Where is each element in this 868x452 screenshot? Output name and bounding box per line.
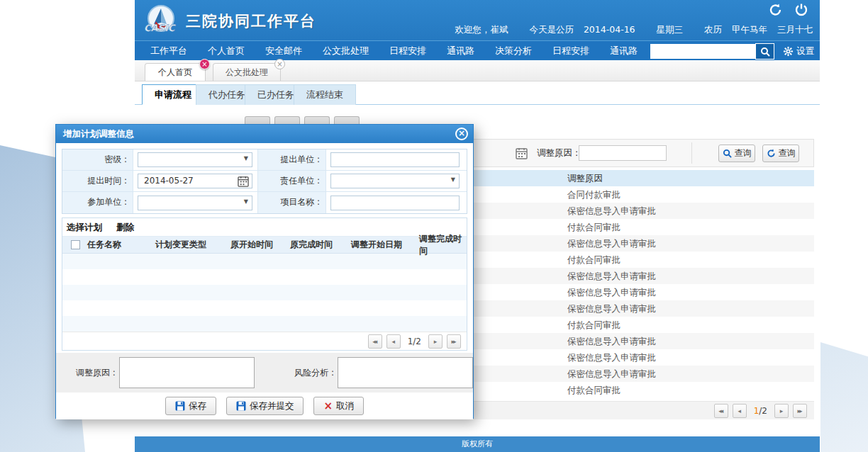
- project-name-input[interactable]: [330, 196, 460, 210]
- window-tab-label: 公文批处理: [226, 67, 268, 77]
- last-page-button[interactable]: ▸▸: [793, 404, 807, 418]
- nav-item-document-batch[interactable]: 公文批处理: [323, 45, 369, 57]
- save-button[interactable]: 保存: [165, 397, 216, 415]
- prev-page-button[interactable]: ◂: [733, 404, 747, 418]
- propose-time-date-input[interactable]: 2014-05-27: [138, 174, 252, 188]
- window-tab-document-batch[interactable]: 公文批处理 ×: [213, 63, 281, 81]
- save-icon: [175, 401, 185, 411]
- select-plan-link[interactable]: 选择计划: [67, 218, 102, 236]
- nav-item-contacts[interactable]: 通讯路: [447, 45, 474, 57]
- lunar-day: 三月十七: [777, 24, 813, 35]
- responsible-unit-label: 责任单位 :: [258, 171, 326, 191]
- filter-reason-input[interactable]: [579, 145, 667, 161]
- total-pages: /2: [759, 406, 767, 416]
- app-title: 三院协同工作平台: [186, 11, 316, 31]
- secrecy-select[interactable]: ▼: [138, 152, 252, 167]
- welcome-user: 欢迎您，崔斌: [455, 24, 508, 35]
- col-orig-finish: 原完成时间: [290, 239, 351, 251]
- window-tab-label: 个人首页: [158, 67, 192, 77]
- window-tab-personal-home[interactable]: 个人首页 ×: [145, 63, 206, 81]
- sub-tab-bar: 申请流程 代办任务 已办任务 流程结束: [135, 84, 820, 105]
- col-orig-start: 原开始时间: [230, 239, 290, 251]
- tab-apply-flow[interactable]: 申请流程: [142, 84, 204, 105]
- window-tab-bar: 个人首页 × 公文批处理 ×: [135, 60, 820, 81]
- search-input[interactable]: [650, 44, 755, 59]
- page-indicator: 1/2: [408, 337, 421, 346]
- refresh-icon: [767, 149, 776, 158]
- nav-item-work-platform[interactable]: 工作平台: [150, 45, 187, 57]
- risk-analysis-label: 风险分析 :: [255, 367, 334, 379]
- settings-label: 设置: [796, 45, 814, 57]
- propose-unit-input[interactable]: [330, 152, 460, 167]
- responsible-unit-select[interactable]: ▼: [330, 174, 460, 188]
- first-page-button[interactable]: ◂◂: [714, 404, 728, 418]
- chevron-down-icon: ▼: [244, 155, 248, 162]
- select-all-checkbox[interactable]: [71, 240, 80, 249]
- propose-time-value: 2014-05-27: [144, 176, 194, 186]
- adjust-reason-textarea[interactable]: [119, 357, 255, 388]
- save-and-submit-button[interactable]: 保存并提交: [226, 397, 304, 415]
- close-tab-icon[interactable]: ×: [274, 59, 285, 69]
- next-page-button[interactable]: ▸: [774, 404, 789, 418]
- power-icon[interactable]: [794, 3, 808, 17]
- tab-flow-finished[interactable]: 流程结束: [294, 84, 356, 105]
- plan-grid-header: 任务名称 计划变更类型 原开始时间 原完成时间 调整开始日期 调整完成时间: [62, 237, 467, 254]
- query-button[interactable]: 查询: [718, 145, 755, 162]
- secrecy-label: 密级 :: [62, 149, 133, 170]
- top-header: CASIC 三院协同工作平台 欢迎您，崔斌 今天是公历 2014-04-16 星…: [135, 0, 820, 40]
- save-icon: [236, 401, 246, 411]
- plan-grid: 选择计划 删除 任务名称 计划变更类型 原开始时间 原完成时间 调整开始日期 调…: [62, 217, 467, 351]
- close-tab-icon[interactable]: ×: [199, 59, 210, 69]
- weekday: 星期三: [657, 24, 684, 35]
- calendar-icon[interactable]: [238, 176, 249, 187]
- search-button[interactable]: [755, 43, 774, 60]
- delete-link[interactable]: 删除: [116, 218, 134, 236]
- main-nav: 工作平台 个人首页 安全邮件 公文批处理 日程安排 通讯路 决策分析 日程安排 …: [135, 40, 820, 60]
- refresh-icon[interactable]: [769, 3, 783, 17]
- propose-time-label: 提出时间 :: [62, 171, 133, 191]
- participate-unit-select[interactable]: ▼: [138, 196, 252, 210]
- chevron-down-icon: ▼: [451, 176, 455, 183]
- welcome-bar: 欢迎您，崔斌 今天是公历 2014-04-16 星期三 农历 甲午马年 三月十七: [455, 24, 813, 36]
- query-button-label: 查询: [735, 147, 752, 159]
- dialog-form: 密级 : ▼ 提出单位 : 提出时间 : 2014-05-27: [62, 149, 467, 214]
- filter-divider: [691, 142, 692, 164]
- lunar-year: 甲午马年: [732, 24, 767, 35]
- background-shape-right: [820, 342, 868, 452]
- nav-item-schedule-2[interactable]: 日程安排: [552, 45, 589, 57]
- cancel-button[interactable]: × 取消: [313, 397, 364, 415]
- settings-button[interactable]: 设置: [783, 45, 814, 57]
- prev-page-button[interactable]: ◂: [386, 334, 401, 349]
- project-name-label: 项目名称 :: [258, 192, 326, 213]
- lunar-label: 农历: [704, 24, 722, 35]
- cancel-x-icon: ×: [323, 401, 333, 411]
- next-page-button[interactable]: ▸: [428, 334, 443, 349]
- adjust-reason-label: 调整原因 :: [56, 367, 116, 379]
- search-icon: [760, 47, 770, 57]
- dialog-button-bar: 保存 保存并提交 × 取消: [56, 392, 473, 419]
- svg-text:CASIC: CASIC: [144, 23, 176, 33]
- risk-analysis-textarea[interactable]: [338, 357, 473, 388]
- calendar-icon[interactable]: [516, 147, 528, 159]
- col-task-name: 任务名称: [87, 239, 155, 251]
- plan-grid-empty-rows: [62, 254, 467, 332]
- cancel-button-label: 取消: [336, 400, 354, 412]
- dialog-close-icon[interactable]: ×: [455, 128, 468, 140]
- first-page-button[interactable]: ◂◂: [368, 334, 382, 349]
- last-page-button[interactable]: ▸▸: [447, 334, 461, 349]
- nav-item-decision-analysis[interactable]: 决策分析: [495, 45, 532, 57]
- add-plan-adjustment-dialog: 增加计划调整信息 × 密级 : ▼ 提出单位 : 提出时间 : 2014-05-…: [55, 124, 474, 419]
- nav-item-secure-mail[interactable]: 安全邮件: [265, 45, 302, 57]
- date-value: 2014-04-16: [584, 24, 635, 35]
- dialog-title: 增加计划调整信息: [63, 128, 134, 139]
- filter-reason-label: 调整原因 :: [537, 140, 578, 166]
- reset-query-button[interactable]: 查询: [762, 145, 799, 162]
- footer-copyright: 版权所有: [135, 436, 820, 452]
- nav-item-schedule[interactable]: 日程安排: [389, 45, 426, 57]
- save-submit-button-label: 保存并提交: [250, 400, 294, 412]
- date-label: 今天是公历: [529, 24, 574, 35]
- search-icon: [723, 149, 732, 158]
- nav-item-personal-home[interactable]: 个人首页: [208, 45, 245, 57]
- casic-logo-icon: CASIC: [142, 4, 179, 38]
- nav-item-contacts-2[interactable]: 通讯路: [610, 45, 638, 57]
